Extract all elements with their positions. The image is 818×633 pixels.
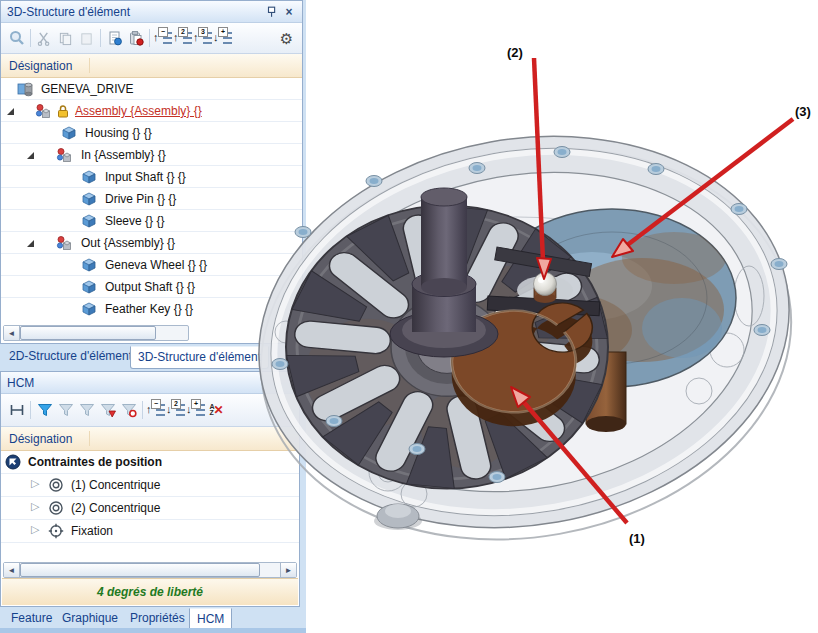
application-window: 3D-Structure d'élément × ↑− ↑2 ↑3 ↓+ ⚙ D… <box>0 0 818 633</box>
3d-viewport[interactable]: (2) (3) (1) <box>0 0 818 633</box>
annotation-label-1: (1) <box>629 531 645 546</box>
annotation-label-2: (2) <box>507 45 523 60</box>
annotation-label-3: (3) <box>795 104 811 119</box>
